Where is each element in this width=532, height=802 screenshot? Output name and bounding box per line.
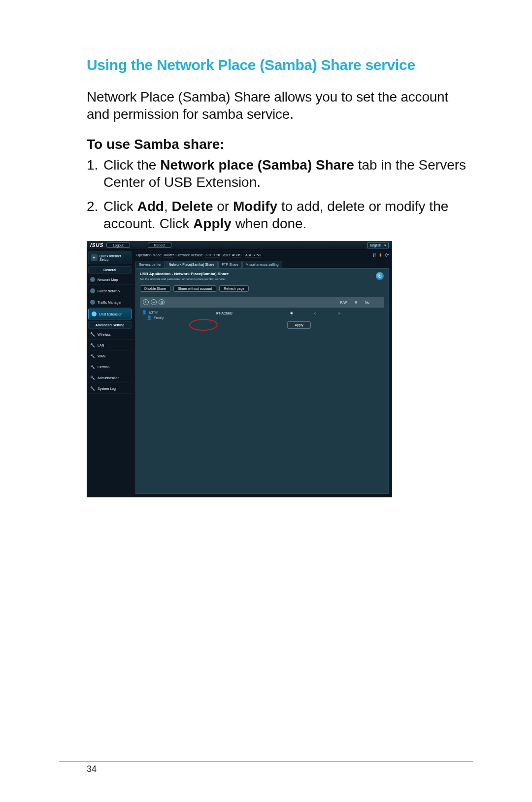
status-row: Operation Mode: Router Firmware Version:… [135, 251, 389, 261]
panel-button-row: Disable Share Share without account Refr… [140, 285, 384, 292]
sidebar-item-network-map[interactable]: Network Map [87, 275, 133, 285]
intro-paragraph: Network Place (Samba) Share allows you t… [87, 88, 473, 123]
sidebar-item-firewall[interactable]: 🔧Firewall [87, 362, 133, 372]
tab-network-place-samba-share[interactable]: Network Place(Samba) Share [166, 261, 218, 268]
accounts-table-header: + − ⌀ R/W R No [140, 297, 384, 308]
instructions-list: 1. Click the Network place (Samba) Share… [87, 156, 473, 232]
sidebar-item-administration[interactable]: 🔧Administration [87, 373, 133, 383]
share-without-account-button[interactable]: Share without account [173, 285, 216, 292]
disable-share-button[interactable]: Disable Share [140, 285, 170, 292]
wizard-icon: ✦ [91, 254, 98, 261]
perm-rw-radio[interactable]: ◉ [280, 311, 303, 315]
logout-button[interactable]: Logout [106, 243, 130, 248]
wifi-icon: ⇵ [372, 252, 376, 258]
globe-icon [90, 277, 95, 282]
traffic-icon [90, 300, 95, 305]
permission-row: RT-AC66U ◉ ○ ○ [216, 310, 382, 316]
sidebar-item-lan[interactable]: 🔧LAN [87, 341, 133, 350]
signal-icon: ☀ [378, 252, 383, 258]
wrench-icon: 🔧 [90, 343, 95, 348]
sidebar: ✦ Quick Internet Setup General Network M… [87, 249, 133, 497]
sidebar-item-system-log[interactable]: 🔧System Log [87, 384, 133, 394]
tab-row: Servers center Network Place(Samba) Shar… [135, 261, 389, 269]
refresh-page-button[interactable]: Refresh page [219, 285, 249, 292]
perm-r-radio[interactable]: ○ [303, 312, 327, 315]
quick-setup-button[interactable]: ✦ Quick Internet Setup [88, 251, 132, 264]
wrench-icon: 🔧 [90, 332, 95, 337]
footer-rule [59, 761, 473, 762]
section-title: Using the Network Place (Samba) Share se… [87, 57, 473, 73]
topbar: /SUS Logout Reboot English [87, 242, 392, 249]
wrench-icon: 🔧 [90, 386, 95, 391]
page-number: 34 [87, 764, 97, 774]
highlight-circle-icon [189, 319, 218, 331]
sidebar-heading-general: General [88, 266, 132, 274]
step-1: 1. Click the Network place (Samba) Share… [103, 156, 473, 191]
quick-setup-label: Quick Internet Setup [100, 254, 121, 261]
add-account-button[interactable]: + [143, 299, 149, 305]
col-no: No [365, 301, 369, 304]
apply-button[interactable]: Apply [287, 321, 311, 329]
router-ui-screenshot: /SUS Logout Reboot English ✦ Quick Inter… [87, 241, 392, 497]
reload-button[interactable]: ↻ [375, 272, 384, 280]
step-2: 2. Click Add, Delete or Modify to add, d… [103, 198, 473, 232]
content-area: Operation Mode: Router Firmware Version:… [133, 249, 392, 497]
sidebar-item-traffic-manager[interactable]: Traffic Manager [87, 297, 133, 308]
status-icons: ⇵ ☀ ⟳ [372, 252, 389, 258]
samba-share-panel: ↻ USB Application - Network Place(Samba)… [135, 269, 389, 494]
tab-misc-setting[interactable]: Miscellaneous setting [242, 261, 282, 268]
brand-logo: /SUS [90, 243, 103, 248]
col-r: R [355, 301, 357, 304]
ssid-2-link[interactable]: ASUS_5G [245, 253, 261, 257]
permissions-grid: RT-AC66U ◉ ○ ○ Apply [214, 308, 384, 331]
sidebar-heading-advanced: Advanced Setting [88, 321, 132, 329]
firmware-version-link[interactable]: 3.0.0.1.28 [205, 253, 220, 257]
instructions-subhead: To use Samba share: [87, 137, 473, 152]
sidebar-item-wireless[interactable]: 🔧Wireless [87, 330, 133, 340]
language-select[interactable]: English [367, 243, 389, 248]
ssid-1-link[interactable]: ASUS [232, 253, 241, 257]
wrench-icon: 🔧 [90, 376, 95, 380]
wrench-icon: 🔧 [90, 354, 95, 358]
users-icon [90, 288, 95, 293]
reboot-button[interactable]: Reboot [148, 243, 172, 248]
sidebar-item-guest-network[interactable]: Guest Network [87, 286, 133, 296]
modify-account-button[interactable]: ⌀ [159, 299, 165, 305]
panel-subtitle: Set the account and permission of networ… [140, 278, 384, 280]
account-admin[interactable]: 👤admin [142, 310, 212, 315]
person-icon: 👤 [147, 315, 152, 320]
person-icon: 👤 [142, 310, 147, 314]
accounts-table-body: 👤admin 👤Family RT-AC66U ◉ ○ ○ Apply [140, 308, 384, 331]
wrench-icon: 🔧 [90, 365, 95, 369]
tab-ftp-share[interactable]: FTP Share [218, 261, 242, 268]
sidebar-item-wan[interactable]: 🔧WAN [87, 351, 133, 361]
delete-account-button[interactable]: − [151, 299, 157, 305]
clock-icon: ⟳ [385, 252, 389, 258]
perm-no-radio[interactable]: ○ [327, 312, 351, 315]
col-rw: R/W [340, 301, 347, 304]
operation-mode-link[interactable]: Router [164, 253, 174, 257]
sidebar-item-usb-extension[interactable]: USB Extension [88, 309, 132, 319]
tab-servers-center[interactable]: Servers center [135, 261, 165, 268]
share-name: RT-AC66U [216, 312, 280, 315]
usb-icon [92, 312, 97, 316]
panel-title: USB Application - Network Place(Samba) S… [140, 272, 384, 276]
